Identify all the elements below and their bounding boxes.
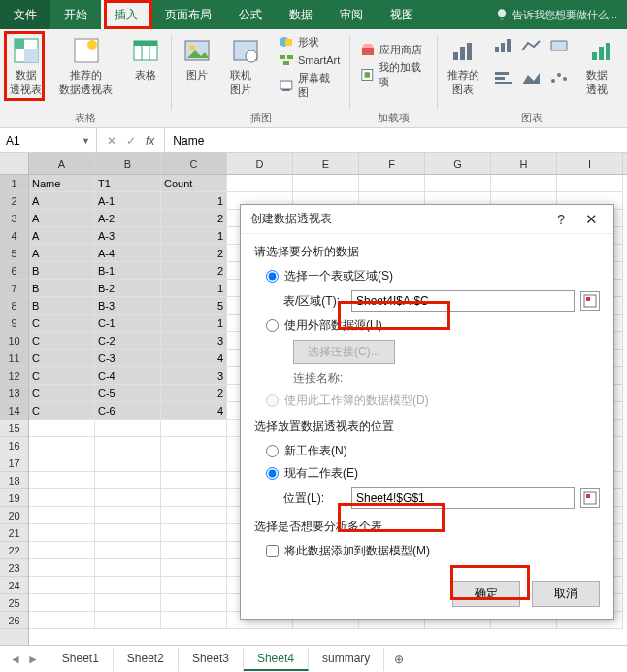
sheet-nav-prev-icon[interactable]: ◄ — [10, 653, 21, 666]
cell[interactable] — [359, 175, 425, 192]
row-header[interactable]: 16 — [0, 437, 28, 454]
cell[interactable]: A — [29, 227, 95, 245]
cell[interactable]: 4 — [161, 350, 227, 367]
cell[interactable] — [95, 559, 161, 577]
radio-external[interactable] — [266, 319, 279, 332]
cell[interactable]: 2 — [161, 262, 227, 280]
radio-select-range[interactable] — [266, 270, 279, 283]
cell[interactable]: A-1 — [95, 192, 161, 210]
cell[interactable] — [293, 175, 359, 192]
row-header[interactable]: 14 — [0, 402, 28, 420]
store-button[interactable]: 应用商店 — [356, 41, 431, 58]
cell[interactable] — [29, 559, 95, 577]
row-header[interactable]: 17 — [0, 454, 28, 472]
cell[interactable] — [95, 420, 161, 437]
cell[interactable]: C — [29, 332, 95, 350]
cell[interactable]: 4 — [161, 402, 227, 420]
row-header[interactable]: 1 — [0, 175, 28, 192]
cell[interactable] — [29, 524, 95, 542]
sheet-nav-next-icon[interactable]: ► — [27, 653, 39, 666]
cell[interactable]: A — [29, 245, 95, 262]
col-header-E[interactable]: E — [293, 153, 359, 174]
row-header[interactable]: 5 — [0, 245, 28, 262]
cell[interactable] — [425, 175, 491, 192]
hbar-chart-icon[interactable] — [493, 69, 516, 86]
cell[interactable] — [29, 454, 95, 472]
cell[interactable] — [161, 612, 227, 629]
cell[interactable]: C-1 — [95, 315, 161, 332]
col-header-F[interactable]: F — [359, 153, 425, 174]
cell[interactable]: A-4 — [95, 245, 161, 262]
cell[interactable] — [95, 472, 161, 489]
cell[interactable]: C — [29, 385, 95, 402]
cell[interactable] — [95, 454, 161, 472]
sheet-tab[interactable]: Sheet4 — [244, 648, 309, 671]
cell[interactable]: Count — [161, 175, 227, 192]
cell[interactable]: 2 — [161, 385, 227, 402]
cell[interactable] — [491, 175, 557, 192]
screenshot-button[interactable]: 屏幕截图 — [275, 70, 344, 101]
row-header[interactable]: 25 — [0, 594, 28, 612]
cell[interactable]: Name — [29, 175, 95, 192]
tab-view[interactable]: 视图 — [377, 0, 427, 30]
cell[interactable]: 1 — [161, 280, 227, 297]
row-header[interactable]: 21 — [0, 524, 28, 542]
checkbox-add-to-model[interactable] — [266, 545, 279, 557]
tab-data[interactable]: 数据 — [276, 0, 326, 30]
location-picker-icon[interactable] — [580, 488, 600, 508]
cell[interactable]: B — [29, 262, 95, 280]
cell[interactable]: A-2 — [95, 210, 161, 227]
cell[interactable] — [29, 577, 95, 594]
row-header[interactable]: 10 — [0, 332, 28, 350]
cell[interactable] — [95, 507, 161, 524]
cell[interactable]: 2 — [161, 245, 227, 262]
recommended-pivot-button[interactable]: 推荐的 数据透视表 — [55, 33, 116, 99]
cell[interactable] — [29, 437, 95, 454]
name-box-dropdown-icon[interactable]: ▼ — [82, 136, 90, 146]
row-header[interactable]: 24 — [0, 577, 28, 594]
sheet-tab[interactable]: summary — [309, 648, 384, 671]
cell[interactable] — [161, 542, 227, 559]
bar-chart-icon[interactable] — [493, 37, 516, 54]
name-box[interactable]: A1 ▼ — [0, 128, 97, 152]
cell[interactable] — [161, 559, 227, 577]
cell[interactable]: B-3 — [95, 297, 161, 315]
row-header[interactable]: 9 — [0, 315, 28, 332]
sheet-tab[interactable]: Sheet2 — [114, 648, 179, 671]
area-chart-icon[interactable] — [520, 69, 544, 86]
radio-new-sheet[interactable] — [266, 445, 279, 457]
cell[interactable]: B — [29, 280, 95, 297]
row-header[interactable]: 6 — [0, 262, 28, 280]
dialog-close-icon[interactable]: ✕ — [578, 207, 604, 232]
confirm-formula-icon[interactable]: ✓ — [126, 134, 136, 148]
select-all-corner[interactable] — [0, 153, 28, 175]
cell[interactable]: A — [29, 192, 95, 210]
table-button[interactable]: 表格 — [126, 33, 165, 99]
cell[interactable] — [95, 612, 161, 629]
shapes-button[interactable]: 形状 — [275, 33, 344, 50]
col-header-H[interactable]: H — [491, 153, 557, 174]
col-header-A[interactable]: A — [29, 153, 95, 174]
row-header[interactable]: 11 — [0, 350, 28, 367]
cell[interactable] — [161, 507, 227, 524]
cell[interactable] — [95, 524, 161, 542]
row-header[interactable]: 19 — [0, 489, 28, 507]
cancel-formula-icon[interactable]: ✕ — [107, 134, 116, 148]
cell[interactable]: C — [29, 350, 95, 367]
row-header[interactable]: 15 — [0, 420, 28, 437]
cell[interactable] — [161, 472, 227, 489]
row-header[interactable]: 18 — [0, 472, 28, 489]
cell[interactable] — [95, 437, 161, 454]
tab-file[interactable]: 文件 — [0, 0, 50, 30]
cell[interactable] — [29, 489, 95, 507]
online-picture-button[interactable]: 联机图片 — [226, 33, 265, 101]
cell[interactable] — [161, 524, 227, 542]
cell[interactable] — [161, 454, 227, 472]
cell[interactable]: 1 — [161, 192, 227, 210]
row-header[interactable]: 4 — [0, 227, 28, 245]
smartart-button[interactable]: SmartArt — [275, 51, 344, 69]
cancel-button[interactable]: 取消 — [532, 581, 600, 607]
cell[interactable]: A-3 — [95, 227, 161, 245]
cell[interactable]: C-6 — [95, 402, 161, 420]
cell[interactable]: C-5 — [95, 385, 161, 402]
